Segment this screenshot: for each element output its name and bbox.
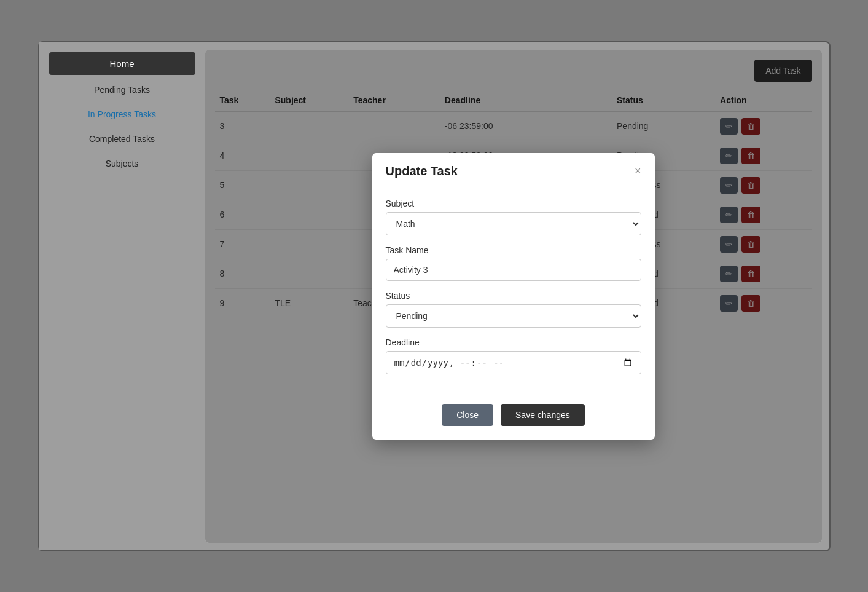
deadline-group: Deadline xyxy=(386,337,641,374)
modal-overlay: Update Task × Subject Math Science Engli… xyxy=(205,50,822,543)
subject-group: Subject Math Science English TLE Filipin… xyxy=(386,199,641,235)
sidebar-item-subjects[interactable]: Subjects xyxy=(49,154,195,173)
app-container: Home Pending Tasks In Progress Tasks Com… xyxy=(38,41,831,551)
sidebar-item-inprogress[interactable]: In Progress Tasks xyxy=(49,105,195,124)
task-name-input[interactable] xyxy=(386,259,641,281)
sidebar-home-button[interactable]: Home xyxy=(49,52,195,75)
close-modal-button[interactable]: Close xyxy=(442,404,493,426)
modal-close-x-button[interactable]: × xyxy=(635,165,641,178)
status-group: Status Pending In Progress Completed xyxy=(386,291,641,328)
subject-label: Subject xyxy=(386,199,641,208)
task-name-label: Task Name xyxy=(386,245,641,255)
deadline-label: Deadline xyxy=(386,337,641,347)
subject-select[interactable]: Math Science English TLE Filipino xyxy=(386,212,641,235)
modal-title: Update Task xyxy=(386,164,458,178)
main-content: Add Task Task Subject Teacher Deadline S… xyxy=(205,50,822,543)
modal-header: Update Task × xyxy=(372,153,655,186)
save-changes-button[interactable]: Save changes xyxy=(501,404,585,426)
status-select[interactable]: Pending In Progress Completed xyxy=(386,304,641,328)
deadline-input[interactable] xyxy=(386,351,641,374)
modal-footer: Close Save changes xyxy=(372,397,655,440)
update-task-modal: Update Task × Subject Math Science Engli… xyxy=(372,153,655,440)
status-label: Status xyxy=(386,291,641,301)
modal-body: Subject Math Science English TLE Filipin… xyxy=(372,186,655,397)
sidebar-item-completed[interactable]: Completed Tasks xyxy=(49,129,195,149)
task-name-group: Task Name xyxy=(386,245,641,281)
sidebar: Home Pending Tasks In Progress Tasks Com… xyxy=(39,42,205,550)
sidebar-item-pending[interactable]: Pending Tasks xyxy=(49,80,195,100)
